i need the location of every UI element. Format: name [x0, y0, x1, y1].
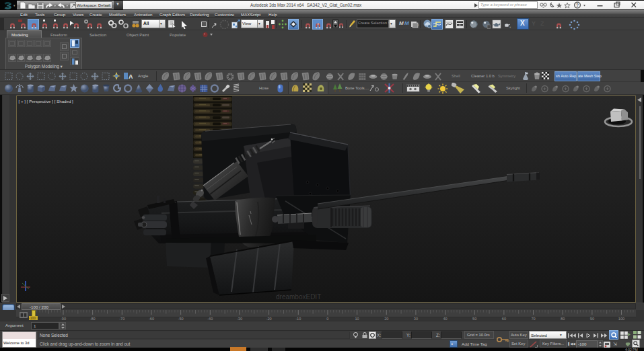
svg-text:?: ?: [576, 3, 579, 7]
svg-text:dreamboxEDIT: dreamboxEDIT: [276, 293, 321, 301]
svg-text:A: A: [129, 73, 133, 80]
svg-text:[ + ] [ Perspective ] [ Shaded: [ + ] [ Perspective ] [ Shaded ]: [19, 99, 74, 104]
